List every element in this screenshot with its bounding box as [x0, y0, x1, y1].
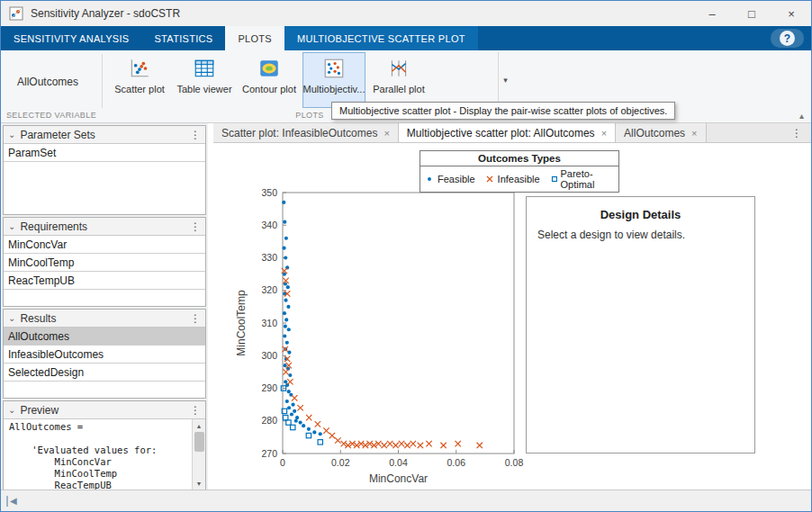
table-viewer-button[interactable]: Table viewer — [173, 52, 236, 108]
doc-tabs-menu-icon[interactable]: ⋮ — [782, 123, 811, 142]
scatter-plot-label: Scatter plot — [114, 84, 165, 94]
document-tab-bar: Scatter plot: InfeasibleOutcomes × Multi… — [213, 123, 811, 143]
parallel-plot-button[interactable]: Parallel plot — [367, 52, 430, 108]
scrollbar-thumb[interactable] — [194, 432, 204, 452]
multiobjective-scatter-plot-label: Multiobjectiv... — [303, 84, 365, 94]
chevron-down-icon: ⌄ — [8, 222, 15, 231]
tab-statistics[interactable]: STATISTICS — [141, 26, 225, 50]
app-window: Sensitivity Analyzer - sdoCSTR – □ × SEN… — [0, 0, 812, 512]
plots-gallery: Scatter plot Table viewer Contour plot — [107, 52, 431, 108]
panel-menu-icon[interactable]: ⋮ — [190, 129, 201, 141]
table-viewer-icon — [193, 57, 216, 80]
tab-sensitivity-analysis[interactable]: SENSITIVITY ANALYSIS — [1, 26, 141, 50]
scroll-down-icon[interactable]: ▼ — [196, 477, 203, 490]
svg-text:300: 300 — [261, 350, 277, 361]
scatter-chart[interactable]: 00.020.040.060.0827028029030031032033034… — [213, 145, 525, 487]
selected-variable-dropdown[interactable]: AllOutcomes — [17, 76, 78, 88]
x-marker-icon — [484, 175, 495, 184]
design-details-body: Select a design to view details. — [527, 221, 754, 241]
help-pill: ? — [771, 29, 804, 48]
legend-entry-pareto-optimal: Pareto-Optimal — [549, 168, 615, 190]
svg-text:340: 340 — [261, 220, 277, 230]
preview-header[interactable]: ⌄ Preview ⋮ — [4, 401, 205, 419]
toolbar-separator — [102, 54, 103, 108]
restore-panel-icon[interactable]: ◀ — [6, 496, 17, 507]
gallery-dropdown-button[interactable]: ▾ — [498, 52, 512, 108]
chart-legend: Outcomes Types FeasibleInfeasiblePareto-… — [420, 150, 619, 193]
svg-text:320: 320 — [261, 284, 277, 295]
preview-panel: ⌄ Preview ⋮ AllOutcomes = 'Evaluated val… — [3, 400, 206, 490]
doc-tab-multiobjective-alloutcomes[interactable]: Multiobjective scatter plot: AllOutcomes… — [399, 123, 616, 142]
svg-text:0.04: 0.04 — [389, 457, 408, 468]
parameter-sets-header[interactable]: ⌄ Parameter Sets ⋮ — [4, 126, 205, 144]
app-icon — [9, 6, 23, 21]
legend-entries: FeasibleInfeasiblePareto-Optimal — [420, 166, 618, 192]
preview-scrollbar[interactable]: ▲ ▼ — [192, 419, 205, 490]
doc-tab-label: Scatter plot: InfeasibleOutcomes — [221, 127, 377, 139]
svg-text:280: 280 — [261, 415, 277, 426]
doc-tab-scatter-infeasible[interactable]: Scatter plot: InfeasibleOutcomes × — [213, 123, 399, 142]
selected-variable-section-label: SELECTED VARIABLE — [1, 111, 102, 120]
status-bar: ◀ — [1, 490, 811, 511]
legend-entry-feasible: Feasible — [424, 174, 475, 184]
tooltip: Multiobjective scatter plot - Display th… — [331, 102, 675, 120]
multiobjective-scatter-plot-button[interactable]: Multiobjectiv... — [302, 52, 365, 108]
help-icon[interactable]: ? — [780, 31, 795, 46]
sidebar: ⌄ Parameter Sets ⋮ ParamSet ⌄ Requiremen… — [1, 123, 208, 490]
tab-plots[interactable]: PLOTS — [225, 26, 284, 50]
window-title: Sensitivity Analyzer - sdoCSTR — [31, 7, 180, 20]
scatter-plot-button[interactable]: Scatter plot — [108, 52, 171, 108]
close-icon[interactable]: × — [601, 128, 607, 139]
requirements-header[interactable]: ⌄ Requirements ⋮ — [4, 218, 205, 236]
svg-text:270: 270 — [261, 448, 277, 459]
requirements-panel: ⌄ Requirements ⋮ MinConcVar MinCoolTemp … — [3, 217, 206, 307]
multiobjective-scatter-plot-icon — [322, 57, 346, 80]
panel-menu-icon[interactable]: ⋮ — [190, 220, 201, 233]
minimize-button[interactable]: – — [692, 1, 732, 26]
preview-text: AllOutcomes = 'Evaluated values for: Min… — [4, 419, 205, 490]
parallel-plot-label: Parallel plot — [373, 84, 424, 94]
svg-text:0.02: 0.02 — [331, 457, 350, 468]
tab-multiobjective-scatter-plot[interactable]: MULTIOBJECTIVE SCATTER PLOT — [284, 26, 478, 50]
list-item-paramset[interactable]: ParamSet — [4, 144, 205, 162]
svg-text:0: 0 — [280, 457, 285, 468]
close-icon[interactable]: × — [383, 128, 389, 139]
parameter-sets-panel: ⌄ Parameter Sets ⋮ ParamSet — [3, 125, 206, 215]
doc-tab-label: AllOutcomes — [624, 127, 685, 139]
table-viewer-label: Table viewer — [176, 84, 231, 94]
list-item-selecteddesign[interactable]: SelectedDesign — [4, 364, 205, 382]
selected-variable-section: AllOutcomes SELECTED VARIABLE — [1, 50, 102, 122]
list-item-alloutcomes[interactable]: AllOutcomes — [4, 328, 205, 346]
svg-text:0.08: 0.08 — [505, 457, 524, 468]
contour-plot-icon — [257, 57, 281, 80]
x-axis-label: MinConcVar — [369, 472, 428, 485]
design-details-panel: Design Details Select a design to view d… — [526, 196, 755, 454]
contour-plot-button[interactable]: Contour plot — [238, 52, 301, 108]
svg-text:350: 350 — [261, 187, 277, 198]
svg-text:290: 290 — [261, 382, 277, 393]
legend-entry-infeasible: Infeasible — [484, 174, 540, 184]
plot-canvas: Outcomes Types FeasibleInfeasiblePareto-… — [213, 143, 811, 490]
scroll-up-icon[interactable]: ▲ — [196, 419, 203, 432]
collapse-ribbon-icon[interactable]: ▴ — [799, 111, 804, 121]
doc-tab-label: Multiobjective scatter plot: AllOutcomes — [407, 127, 595, 139]
close-button[interactable]: × — [771, 1, 811, 26]
main-content: Scatter plot: InfeasibleOutcomes × Multi… — [213, 123, 811, 490]
list-item-reactempub[interactable]: ReacTempUB — [4, 272, 205, 290]
panel-title: Results — [20, 312, 56, 325]
square-marker-icon — [549, 175, 558, 184]
design-details-title: Design Details — [527, 208, 754, 221]
results-header[interactable]: ⌄ Results ⋮ — [4, 310, 205, 328]
maximize-button[interactable]: □ — [732, 1, 771, 26]
chevron-down-icon: ⌄ — [8, 130, 15, 139]
doc-tab-alloutcomes[interactable]: AllOutcomes × — [616, 123, 706, 142]
list-item-mincooltemp[interactable]: MinCoolTemp — [4, 254, 205, 272]
list-item-infeasibleoutcomes[interactable]: InfeasibleOutcomes — [4, 346, 205, 364]
list-item-minconcvar[interactable]: MinConcVar — [4, 236, 205, 254]
panel-menu-icon[interactable]: ⋮ — [190, 312, 201, 325]
panel-menu-icon[interactable]: ⋮ — [190, 404, 201, 417]
y-axis-label: MinCoolTemp — [235, 290, 248, 356]
panel-title: Parameter Sets — [20, 129, 95, 141]
close-icon[interactable]: × — [691, 128, 697, 139]
svg-text:0.06: 0.06 — [447, 457, 466, 468]
